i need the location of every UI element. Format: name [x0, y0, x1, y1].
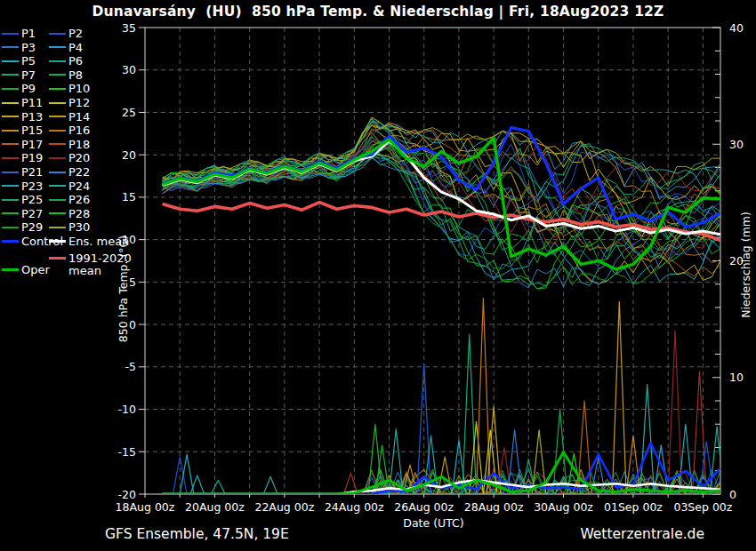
meteogram-plot: -20-15-10-50510152025303501020304018Aug … [0, 0, 756, 551]
precip-spike [668, 331, 682, 494]
svg-text:30: 30 [122, 63, 136, 76]
precip-spike [462, 334, 477, 494]
svg-text:20Aug 00z: 20Aug 00z [185, 500, 245, 514]
precip-spike [212, 480, 226, 494]
svg-text:18Aug 00z: 18Aug 00z [116, 500, 175, 514]
precip-spike [477, 299, 491, 495]
precip-spike [263, 476, 277, 494]
svg-text:10: 10 [729, 371, 744, 384]
svg-text:-10: -10 [118, 403, 136, 416]
precip-spike [180, 454, 194, 494]
svg-text:03Sep 00z: 03Sep 00z [673, 500, 732, 514]
footer-site-name: Wetterzentrale.de [445, 526, 704, 542]
chart-series [163, 117, 724, 494]
svg-text:22Aug 00z: 22Aug 00z [254, 500, 314, 514]
svg-text:35: 35 [122, 21, 136, 35]
svg-text:25: 25 [122, 106, 136, 119]
svg-text:20: 20 [122, 148, 136, 162]
footer-model-info: GFS Ensemble, 47.5N, 19E [105, 526, 289, 542]
svg-text:15: 15 [122, 190, 136, 204]
svg-text:0: 0 [729, 488, 736, 501]
svg-text:01Sep 00z: 01Sep 00z [604, 500, 663, 514]
svg-text:26Aug 00z: 26Aug 00z [394, 500, 454, 514]
svg-text:5: 5 [129, 276, 136, 289]
right-axis-title: Niederschlag (mm) [739, 212, 752, 318]
member-temp-p27 [163, 137, 720, 254]
svg-text:-15: -15 [118, 445, 136, 459]
svg-text:30: 30 [729, 138, 744, 151]
meteogram-screenshot: Dunavarsány (HU) 850 hPa Temp. & Nieders… [0, 0, 756, 551]
axis-tick-labels: -20-15-10-50510152025303501020304018Aug … [116, 21, 744, 515]
plot-border [145, 28, 720, 494]
svg-text:0: 0 [129, 318, 136, 331]
svg-text:-20: -20 [118, 488, 136, 501]
svg-text:-5: -5 [125, 360, 136, 373]
left-axis-title: 850 hPa Temp. (°C) [117, 236, 130, 342]
precip-spike [612, 301, 626, 494]
svg-text:24Aug 00z: 24Aug 00z [325, 500, 384, 514]
svg-text:28Aug 00z: 28Aug 00z [464, 500, 524, 514]
svg-text:40: 40 [729, 21, 744, 35]
gridlines [145, 28, 720, 494]
svg-text:30Aug 00z: 30Aug 00z [534, 500, 593, 514]
